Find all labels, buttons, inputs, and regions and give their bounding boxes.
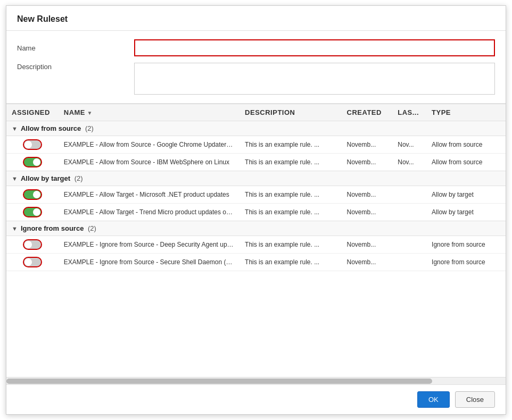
chevron-down-icon: ▼	[12, 175, 18, 182]
rule-last	[392, 254, 426, 271]
description-input[interactable]	[134, 63, 495, 95]
rule-name: EXAMPLE - Allow Target - Trend Micro pro…	[59, 204, 240, 221]
rule-created: Novemb...	[342, 204, 393, 221]
table-row: EXAMPLE - Ignore from Source - Secure Sh…	[6, 254, 506, 271]
rule-description: This is an example rule. ...	[240, 254, 341, 271]
rule-type: Ignore from source	[426, 254, 506, 271]
col-name[interactable]: NAME ▼	[59, 104, 240, 121]
toggle-switch[interactable]	[23, 239, 42, 250]
group-count: (2)	[75, 174, 83, 182]
rule-last: Nov...	[392, 154, 426, 171]
rule-name: EXAMPLE - Allow Target - Microsoft .NET …	[59, 186, 240, 204]
table-row: EXAMPLE - Allow Target - Trend Micro pro…	[6, 204, 506, 221]
toggle-switch[interactable]	[23, 257, 42, 267]
rule-last	[392, 236, 426, 254]
rule-created: Novemb...	[342, 254, 393, 271]
toggle-knob	[24, 258, 32, 266]
group-row-2[interactable]: ▼Ignore from source (2)	[6, 221, 506, 236]
group-row-1[interactable]: ▼Allow by target (2)	[6, 171, 506, 186]
toggle-switch[interactable]	[23, 189, 42, 200]
group-label: Allow by target	[21, 174, 70, 182]
rules-table-container: ASSIGNED NAME ▼ DESCRIPTION CREATED LAS.…	[6, 104, 506, 377]
rule-name: EXAMPLE - Ignore from Source - Deep Secu…	[59, 236, 240, 254]
rules-table: ASSIGNED NAME ▼ DESCRIPTION CREATED LAS.…	[6, 104, 506, 271]
rule-type: Allow from source	[426, 136, 506, 154]
rule-type: Allow from source	[426, 154, 506, 171]
name-label: Name	[17, 44, 134, 52]
rule-type: Ignore from source	[426, 236, 506, 254]
rule-type: Allow by target	[426, 186, 506, 204]
group-count: (2)	[85, 124, 94, 132]
group-label: Allow from source	[21, 124, 81, 132]
rule-last	[392, 204, 426, 221]
chevron-down-icon: ▼	[12, 225, 18, 232]
form-section: Name Description	[6, 31, 506, 104]
name-input[interactable]	[134, 39, 495, 56]
rule-created: Novemb...	[342, 186, 393, 204]
scrollbar-thumb	[6, 379, 432, 384]
horizontal-scrollbar[interactable]	[6, 377, 506, 384]
rule-name: EXAMPLE - Ignore from Source - Secure Sh…	[59, 254, 240, 271]
col-type: TYPE	[426, 104, 506, 121]
ok-button[interactable]: OK	[417, 391, 450, 408]
toggle-cell	[6, 236, 59, 254]
table-header-row: ASSIGNED NAME ▼ DESCRIPTION CREATED LAS.…	[6, 104, 506, 121]
group-label: Ignore from source	[21, 224, 84, 232]
toggle-cell	[6, 254, 59, 271]
table-row: EXAMPLE - Allow from Source - IBM WebSph…	[6, 154, 506, 171]
toggle-knob	[24, 241, 32, 248]
rule-created: Novemb...	[342, 236, 393, 254]
toggle-knob	[33, 158, 40, 166]
group-count: (2)	[88, 224, 96, 232]
toggle-cell	[6, 154, 59, 171]
rule-created: Novemb...	[342, 154, 393, 171]
table-row: EXAMPLE - Allow from Source - Google Chr…	[6, 136, 506, 154]
close-button[interactable]: Close	[455, 391, 495, 408]
table-row: EXAMPLE - Ignore from Source - Deep Secu…	[6, 236, 506, 254]
rule-last	[392, 186, 426, 204]
dialog-title: New Ruleset	[6, 6, 506, 31]
chevron-down-icon: ▼	[12, 125, 18, 132]
group-row-0[interactable]: ▼Allow from source (2)	[6, 121, 506, 136]
col-assigned: ASSIGNED	[6, 104, 59, 121]
name-row: Name	[17, 39, 495, 56]
toggle-knob	[33, 191, 40, 198]
col-created: CREATED	[342, 104, 393, 121]
rule-description: This is an example rule. ...	[240, 236, 341, 254]
rule-description: This is an example rule. ...	[240, 136, 341, 154]
rule-type: Allow by target	[426, 204, 506, 221]
new-ruleset-dialog: New Ruleset Name Description ASSIGNED NA…	[6, 5, 506, 415]
sort-arrow-icon: ▼	[87, 110, 93, 116]
table-row: EXAMPLE - Allow Target - Microsoft .NET …	[6, 186, 506, 204]
col-description: DESCRIPTION	[240, 104, 341, 121]
toggle-cell	[6, 186, 59, 204]
rule-description: This is an example rule. ...	[240, 154, 341, 171]
toggle-knob	[24, 141, 32, 148]
rule-created: Novemb...	[342, 136, 393, 154]
rule-description: This is an example rule. ...	[240, 186, 341, 204]
toggle-switch[interactable]	[23, 157, 42, 167]
rule-last: Nov...	[392, 136, 426, 154]
toggle-cell	[6, 136, 59, 154]
rule-description: This is an example rule. ...	[240, 204, 341, 221]
toggle-switch[interactable]	[23, 207, 42, 217]
description-label: Description	[17, 63, 134, 71]
toggle-cell	[6, 204, 59, 221]
toggle-knob	[33, 208, 40, 216]
toggle-switch[interactable]	[23, 139, 42, 150]
rule-name: EXAMPLE - Allow from Source - Google Chr…	[59, 136, 240, 154]
dialog-footer: OK Close	[6, 384, 506, 414]
description-row: Description	[17, 63, 495, 95]
rule-name: EXAMPLE - Allow from Source - IBM WebSph…	[59, 154, 240, 171]
col-last: LAS...	[392, 104, 426, 121]
